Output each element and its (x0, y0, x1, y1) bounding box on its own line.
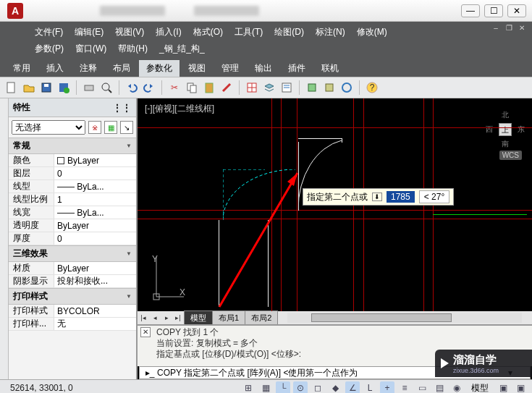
prop-row-plotstyle[interactable]: 打印样式BYCOLOR (9, 305, 136, 318)
layers-icon[interactable] (262, 80, 276, 95)
menu-insert[interactable]: 插入(I) (150, 24, 187, 41)
copy-icon[interactable] (185, 80, 199, 95)
selection-dropdown[interactable]: 无选择 (12, 120, 85, 135)
pickset-icon[interactable]: ↘ (120, 121, 133, 134)
menu-help[interactable]: 帮助(H) (112, 41, 153, 57)
help-icon[interactable]: ? (365, 80, 379, 95)
tool-a-icon[interactable] (305, 80, 319, 95)
palette-menu-icon[interactable]: ⋮⋮ (113, 103, 132, 113)
save-icon[interactable] (39, 80, 54, 95)
block-icon[interactable] (245, 80, 259, 95)
menu-modify[interactable]: 修改(M) (351, 24, 393, 41)
matchprop-icon[interactable] (219, 80, 234, 95)
snap-toggle-icon[interactable]: ⊞ (241, 381, 256, 393)
redo-icon[interactable] (142, 80, 156, 95)
tab-layout2[interactable]: 布局2 (245, 310, 278, 326)
coordinate-readout[interactable]: 52614, 33001, 0 (4, 383, 79, 393)
new-icon[interactable] (4, 80, 19, 95)
prop-row-plottable[interactable]: 打印样...无 (9, 318, 136, 331)
statusbar-extras-2[interactable]: ▣ (513, 381, 528, 393)
section-3d[interactable]: 三维效果▼ (9, 245, 136, 262)
viewport-label[interactable]: [-][俯视][二维线框] (145, 103, 214, 115)
prop-row-material[interactable]: 材质ByLayer (9, 262, 136, 275)
polar-toggle-icon[interactable]: ⊙ (293, 381, 308, 393)
menu-parametric[interactable]: 参数(P) (29, 41, 69, 57)
mdi-minimize-button[interactable]: – (490, 24, 502, 34)
menu-window[interactable]: 窗口(W) (69, 41, 112, 57)
tool-c-icon[interactable] (339, 80, 354, 95)
model-space-indicator[interactable]: 模型 (467, 382, 493, 394)
ribbon-tab-manage[interactable]: 管理 (214, 60, 246, 77)
ribbon-tab-insert[interactable]: 插入 (39, 60, 71, 77)
tab-nav-first[interactable]: |◂ (138, 314, 149, 321)
select-objects-icon[interactable]: ▦ (104, 121, 117, 134)
viewcube-top[interactable]: 上 (499, 123, 512, 136)
menu-file[interactable]: 文件(F) (29, 24, 69, 41)
prop-row-ltscale[interactable]: 线型比例1 (9, 193, 136, 206)
tab-nav-last[interactable]: ▸| (172, 314, 184, 321)
ducs-toggle-icon[interactable]: L (363, 381, 377, 393)
undo-icon[interactable] (124, 80, 139, 95)
prop-row-transparency[interactable]: 透明度ByLayer (9, 219, 136, 232)
tab-model[interactable]: 模型 (184, 310, 213, 326)
ribbon-tab-output[interactable]: 输出 (248, 60, 279, 77)
prop-row-shadow[interactable]: 阴影显示投射和接收... (9, 275, 136, 288)
prop-row-color[interactable]: 颜色ByLayer (9, 154, 136, 167)
tab-nav-next[interactable]: ▸ (161, 314, 172, 321)
tab-nav-prev[interactable]: ◂ (149, 314, 161, 321)
drawing-area[interactable]: [-][俯视][二维线框] 上 北 南 东 西 WCS (138, 98, 532, 379)
section-general[interactable]: 常规▼ (9, 138, 136, 154)
angle-input[interactable]: < 27° (419, 190, 450, 203)
dyn-toggle-icon[interactable]: + (380, 381, 394, 393)
quick-select-icon[interactable]: ※ (88, 121, 101, 134)
ribbon-tab-plugins[interactable]: 插件 (281, 60, 313, 77)
menu-view[interactable]: 视图(V) (109, 24, 150, 41)
prompt-options-icon[interactable]: ⬇ (372, 193, 382, 201)
ribbon-tab-layout[interactable]: 布局 (106, 60, 138, 77)
menu-dimension[interactable]: 标注(N) (310, 24, 351, 41)
cut-icon[interactable]: ✂ (167, 80, 182, 95)
mdi-restore-button[interactable]: ❐ (503, 24, 515, 34)
tpy-toggle-icon[interactable]: ▭ (415, 381, 429, 393)
window-maximize-button[interactable]: ☐ (484, 4, 503, 17)
mdi-close-button[interactable]: ✕ (516, 24, 528, 34)
properties-title[interactable]: 特性 ⋮⋮ (9, 98, 136, 117)
viewport[interactable]: [-][俯视][二维线框] 上 北 南 东 西 WCS (138, 98, 532, 311)
command-close-icon[interactable]: ✕ (140, 327, 151, 337)
prop-row-layer[interactable]: 图层0 (9, 167, 136, 180)
menu-steel[interactable]: _钢_结_构_ (153, 41, 211, 57)
statusbar-extras-1[interactable]: ▣ (496, 381, 510, 393)
open-icon[interactable] (22, 80, 36, 95)
qp-toggle-icon[interactable]: ▤ (432, 381, 447, 393)
tool-b-icon[interactable] (322, 80, 337, 95)
ribbon-tab-view[interactable]: 视图 (181, 60, 213, 77)
menu-format[interactable]: 格式(O) (187, 24, 229, 41)
osnap-toggle-icon[interactable]: ◻ (311, 381, 325, 393)
ribbon-tab-online[interactable]: 联机 (314, 60, 346, 77)
ortho-toggle-icon[interactable]: └ (276, 381, 290, 393)
distance-input[interactable]: 1785 (387, 191, 415, 203)
ribbon-tab-annotate[interactable]: 注释 (72, 60, 104, 77)
menu-draw[interactable]: 绘图(D) (269, 24, 310, 41)
menu-tools[interactable]: 工具(T) (229, 24, 269, 41)
3dosnap-toggle-icon[interactable]: ◆ (328, 381, 342, 393)
preview-icon[interactable] (99, 80, 114, 95)
sc-toggle-icon[interactable]: ◉ (449, 381, 464, 393)
saveas-icon[interactable] (56, 80, 71, 95)
view-cube[interactable]: 上 北 南 东 西 (487, 111, 523, 148)
horizontal-scrollbar[interactable] (287, 313, 522, 323)
window-minimize-button[interactable]: — (461, 4, 480, 17)
window-close-button[interactable]: ✕ (507, 4, 526, 17)
prop-row-thickness[interactable]: 厚度0 (9, 232, 136, 245)
prop-row-lineweight[interactable]: 线宽—— ByLa... (9, 206, 136, 219)
prop-row-linetype[interactable]: 线型—— ByLa... (9, 180, 136, 193)
section-plotstyle[interactable]: 打印样式▼ (9, 288, 136, 305)
grid-toggle-icon[interactable]: ▦ (258, 381, 273, 393)
tab-layout1[interactable]: 布局1 (212, 310, 245, 326)
plot-icon[interactable] (82, 80, 96, 95)
paste-icon[interactable] (202, 80, 216, 95)
menu-edit[interactable]: 编辑(E) (69, 24, 109, 41)
props-icon[interactable] (279, 80, 294, 95)
otrack-toggle-icon[interactable]: ∠ (345, 381, 360, 393)
command-caret-icon[interactable]: ▸_ (144, 368, 156, 378)
